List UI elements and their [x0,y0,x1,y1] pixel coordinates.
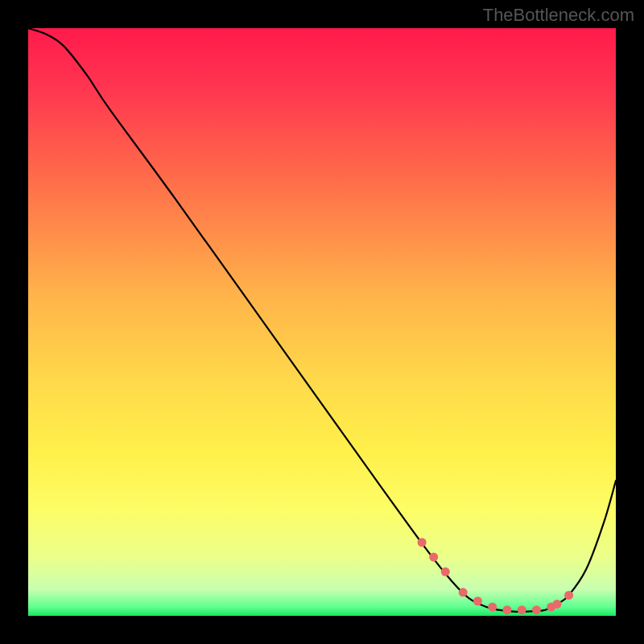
chart-svg [28,28,616,616]
highlight-dot [532,605,541,614]
highlight-dot [564,591,573,600]
highlight-dot [418,538,427,547]
watermark-text: TheBottleneck.com [483,5,634,26]
highlight-dot [488,603,497,612]
gradient-background [28,28,616,616]
highlight-dot [473,597,482,605]
highlight-dot [441,568,450,576]
highlight-dot [429,553,438,562]
highlight-dot [459,588,468,597]
highlight-dot [553,600,562,609]
highlight-dot [518,605,526,614]
chart-container: TheBottleneck.com [0,0,644,644]
plot-area [28,28,616,616]
highlight-dot [502,605,511,614]
